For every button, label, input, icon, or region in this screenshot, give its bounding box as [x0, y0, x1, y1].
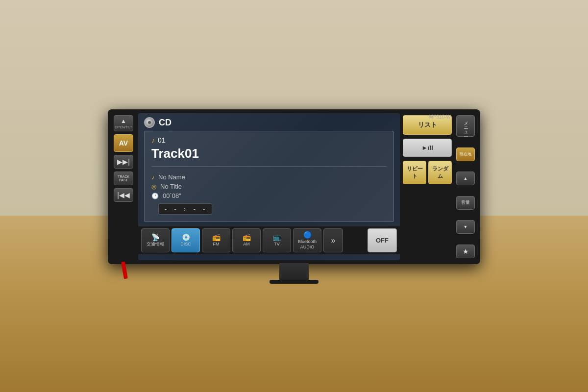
music-note-icon: ♪	[151, 136, 155, 144]
skip-forward-icon: ▶▶|	[117, 158, 130, 166]
skip-back-button[interactable]: |◀◀	[114, 188, 133, 202]
vol-down-button[interactable]: ▼	[456, 220, 475, 234]
source-traffic[interactable]: 📡 交通情報	[141, 228, 170, 252]
off-button[interactable]: OFF	[368, 228, 397, 252]
track-number-line: ♪ 01	[151, 136, 387, 144]
traffic-label: 交通情報	[147, 242, 164, 247]
menu-label: メニュー	[462, 118, 469, 134]
source-fm[interactable]: 📻 FM	[202, 228, 230, 252]
track-name: Track01	[151, 146, 387, 167]
source-bluetooth[interactable]: 🔵 BluetoothAUDIO	[293, 228, 321, 252]
track-past-label: TRACK PAST	[115, 175, 132, 182]
repeat-button[interactable]: リピート	[403, 161, 426, 184]
random-button[interactable]: ランダム	[428, 161, 452, 184]
artist-name: No Name	[158, 173, 185, 181]
progress-area: - - : - -	[158, 203, 380, 215]
artist-icon: ♪	[151, 174, 154, 181]
stereo-unit: MP310-W ▲ OPEN/TILT AV ▶▶| TRACK PAST	[108, 109, 480, 264]
traffic-icon: 📡	[151, 234, 160, 241]
am-label: AM	[243, 242, 250, 247]
source-more-button[interactable]: »	[323, 228, 343, 252]
source-disc[interactable]: 💿 DISC	[172, 228, 200, 252]
far-right-controls: メニュー 現在地 ▲ 音量 ▼ ★	[455, 113, 476, 260]
track-past-button[interactable]: TRACK PAST	[114, 172, 133, 185]
cable-red	[121, 262, 128, 279]
genzaichi-button[interactable]: 現在地	[456, 147, 475, 161]
duration-text: 00´08"	[163, 192, 181, 199]
cd-disc-icon	[144, 117, 155, 128]
model-number: MP310-W	[429, 114, 451, 120]
genzaichi-label: 現在地	[460, 151, 471, 157]
bluetooth-label: BluetoothAUDIO	[298, 239, 317, 250]
album-row: ◎ No Title	[151, 183, 387, 190]
sound-label: 音量	[461, 199, 470, 206]
fm-icon: 📻	[212, 234, 220, 241]
album-name: No Title	[160, 183, 182, 190]
fm-label: FM	[213, 242, 220, 247]
unit-wrapper: MP310-W ▲ OPEN/TILT AV ▶▶| TRACK PAST	[108, 109, 480, 283]
vol-up-button[interactable]: ▲	[456, 172, 475, 185]
source-bar: 📡 交通情報 💿 DISC 📻 FM 📻 AM	[138, 226, 400, 254]
tv-icon: 📺	[273, 234, 281, 241]
stereo-body: ▲ OPEN/TILT AV ▶▶| TRACK PAST |◀◀	[112, 113, 476, 260]
bluetooth-icon: 🔵	[303, 231, 312, 238]
disc-label: DISC	[180, 242, 191, 247]
open-tilt-button[interactable]: ▲ OPEN/TILT	[114, 115, 133, 131]
tv-label: TV	[274, 242, 280, 247]
disc-icon: 💿	[182, 234, 190, 241]
repeat-random-row: リピート ランダム	[403, 161, 452, 184]
stand-mount	[279, 263, 309, 283]
settings-icon: ★	[463, 247, 469, 255]
sound-button[interactable]: 音量	[456, 196, 475, 210]
right-controls: リスト ►/II リピート ランダム	[403, 113, 452, 260]
screen-area: CD ♪ 01 Track01 ♪ No Name ◎ No Tit	[138, 113, 400, 260]
source-tv[interactable]: 📺 TV	[263, 228, 291, 252]
track-number: 01	[158, 136, 166, 144]
clock-icon: 🕐	[151, 193, 159, 199]
artist-row: ♪ No Name	[151, 173, 387, 181]
time-display: - - : - -	[158, 203, 212, 215]
play-pause-button[interactable]: ►/II	[403, 139, 452, 157]
open-tilt-label: OPEN/TILT	[115, 125, 132, 129]
source-am[interactable]: 📻 AM	[232, 228, 261, 252]
track-info-box: ♪ 01 Track01 ♪ No Name ◎ No Title 🕐 00	[144, 131, 394, 222]
left-controls: ▲ OPEN/TILT AV ▶▶| TRACK PAST |◀◀	[112, 113, 135, 260]
duration-row: 🕐 00´08"	[151, 192, 387, 199]
vol-down-icon: ▼	[464, 224, 468, 229]
screen-header: CD	[138, 113, 400, 131]
av-button[interactable]: AV	[114, 134, 133, 152]
settings-button[interactable]: ★	[456, 245, 475, 258]
menu-button[interactable]: メニュー	[456, 115, 475, 137]
am-icon: 📻	[243, 234, 251, 241]
skip-back-icon: |◀◀	[117, 191, 130, 199]
vol-up-icon: ▲	[464, 176, 468, 181]
av-label: AV	[119, 139, 128, 147]
skip-forward-button[interactable]: ▶▶|	[114, 155, 133, 169]
screen-title: CD	[159, 118, 172, 128]
album-icon: ◎	[151, 183, 156, 190]
